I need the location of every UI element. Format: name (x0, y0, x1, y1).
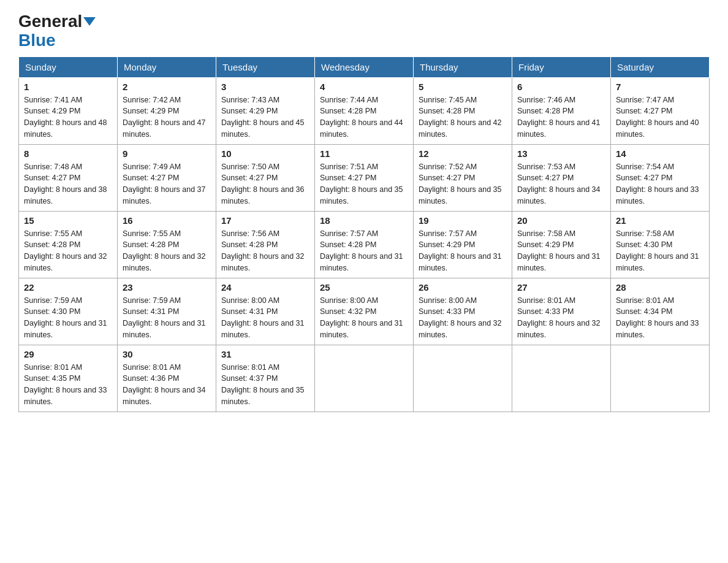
day-number: 17 (221, 215, 309, 226)
day-number: 15 (24, 215, 112, 226)
day-number: 22 (24, 282, 112, 293)
calendar-week-row: 22 Sunrise: 7:59 AM Sunset: 4:30 PM Dayl… (19, 278, 710, 345)
empty-day-cell (512, 345, 611, 412)
day-number: 23 (123, 282, 211, 293)
day-info: Sunrise: 7:49 AM Sunset: 4:27 PM Dayligh… (123, 161, 211, 207)
calendar-day-cell: 13 Sunrise: 7:53 AM Sunset: 4:27 PM Dayl… (512, 144, 611, 211)
day-info: Sunrise: 7:45 AM Sunset: 4:28 PM Dayligh… (419, 94, 507, 140)
weekday-header-sunday: Sunday (19, 56, 118, 77)
day-info: Sunrise: 7:57 AM Sunset: 4:28 PM Dayligh… (320, 228, 408, 274)
calendar-day-cell: 3 Sunrise: 7:43 AM Sunset: 4:29 PM Dayli… (216, 77, 315, 144)
calendar-day-cell: 26 Sunrise: 8:00 AM Sunset: 4:33 PM Dayl… (414, 278, 512, 345)
day-number: 29 (24, 349, 112, 359)
logo-text-general: General (18, 12, 82, 31)
day-number: 5 (419, 82, 507, 92)
weekday-header-monday: Monday (118, 56, 216, 77)
day-number: 11 (320, 148, 408, 159)
weekday-header-thursday: Thursday (414, 56, 512, 77)
day-info: Sunrise: 8:01 AM Sunset: 4:36 PM Dayligh… (123, 362, 211, 408)
calendar-week-row: 15 Sunrise: 7:55 AM Sunset: 4:28 PM Dayl… (19, 211, 710, 278)
day-number: 2 (123, 82, 211, 92)
day-info: Sunrise: 7:59 AM Sunset: 4:31 PM Dayligh… (123, 295, 211, 341)
day-info: Sunrise: 7:53 AM Sunset: 4:27 PM Dayligh… (517, 161, 605, 207)
calendar-week-row: 8 Sunrise: 7:48 AM Sunset: 4:27 PM Dayli… (19, 144, 710, 211)
day-info: Sunrise: 7:42 AM Sunset: 4:29 PM Dayligh… (123, 94, 211, 140)
day-info: Sunrise: 7:43 AM Sunset: 4:29 PM Dayligh… (221, 94, 309, 140)
day-number: 20 (517, 215, 605, 226)
calendar-week-row: 1 Sunrise: 7:41 AM Sunset: 4:29 PM Dayli… (19, 77, 710, 144)
calendar-day-cell: 18 Sunrise: 7:57 AM Sunset: 4:28 PM Dayl… (315, 211, 414, 278)
day-info: Sunrise: 8:01 AM Sunset: 4:34 PM Dayligh… (616, 295, 704, 341)
day-info: Sunrise: 7:41 AM Sunset: 4:29 PM Dayligh… (24, 94, 112, 140)
logo-triangle-icon (83, 17, 96, 26)
calendar-day-cell: 27 Sunrise: 8:01 AM Sunset: 4:33 PM Dayl… (512, 278, 611, 345)
calendar-table: SundayMondayTuesdayWednesdayThursdayFrid… (18, 56, 710, 412)
day-info: Sunrise: 7:59 AM Sunset: 4:30 PM Dayligh… (24, 295, 112, 341)
day-number: 7 (616, 82, 704, 92)
day-info: Sunrise: 7:47 AM Sunset: 4:27 PM Dayligh… (616, 94, 704, 140)
page-header: General Blue (18, 12, 710, 50)
calendar-day-cell: 21 Sunrise: 7:58 AM Sunset: 4:30 PM Dayl… (611, 211, 710, 278)
day-info: Sunrise: 7:56 AM Sunset: 4:28 PM Dayligh… (221, 228, 309, 274)
calendar-day-cell: 25 Sunrise: 8:00 AM Sunset: 4:32 PM Dayl… (315, 278, 414, 345)
day-info: Sunrise: 7:55 AM Sunset: 4:28 PM Dayligh… (123, 228, 211, 274)
day-info: Sunrise: 7:52 AM Sunset: 4:27 PM Dayligh… (419, 161, 507, 207)
day-number: 9 (123, 148, 211, 159)
day-number: 21 (616, 215, 704, 226)
calendar-day-cell: 6 Sunrise: 7:46 AM Sunset: 4:28 PM Dayli… (512, 77, 611, 144)
calendar-day-cell: 5 Sunrise: 7:45 AM Sunset: 4:28 PM Dayli… (414, 77, 512, 144)
weekday-header-wednesday: Wednesday (315, 56, 414, 77)
calendar-day-cell: 20 Sunrise: 7:58 AM Sunset: 4:29 PM Dayl… (512, 211, 611, 278)
empty-day-cell (315, 345, 414, 412)
day-info: Sunrise: 7:48 AM Sunset: 4:27 PM Dayligh… (24, 161, 112, 207)
day-number: 19 (419, 215, 507, 226)
day-number: 18 (320, 215, 408, 226)
day-info: Sunrise: 7:51 AM Sunset: 4:27 PM Dayligh… (320, 161, 408, 207)
day-info: Sunrise: 7:58 AM Sunset: 4:30 PM Dayligh… (616, 228, 704, 274)
calendar-day-cell: 1 Sunrise: 7:41 AM Sunset: 4:29 PM Dayli… (19, 77, 118, 144)
empty-day-cell (414, 345, 512, 412)
day-number: 3 (221, 82, 309, 92)
day-info: Sunrise: 7:44 AM Sunset: 4:28 PM Dayligh… (320, 94, 408, 140)
day-info: Sunrise: 7:55 AM Sunset: 4:28 PM Dayligh… (24, 228, 112, 274)
weekday-header-row: SundayMondayTuesdayWednesdayThursdayFrid… (19, 56, 710, 77)
day-number: 6 (517, 82, 605, 92)
calendar-day-cell: 8 Sunrise: 7:48 AM Sunset: 4:27 PM Dayli… (19, 144, 118, 211)
day-number: 13 (517, 148, 605, 159)
day-info: Sunrise: 7:57 AM Sunset: 4:29 PM Dayligh… (419, 228, 507, 274)
calendar-day-cell: 31 Sunrise: 8:01 AM Sunset: 4:37 PM Dayl… (216, 345, 315, 412)
day-number: 30 (123, 349, 211, 359)
day-info: Sunrise: 8:01 AM Sunset: 4:35 PM Dayligh… (24, 362, 112, 408)
day-info: Sunrise: 7:46 AM Sunset: 4:28 PM Dayligh… (517, 94, 605, 140)
day-number: 16 (123, 215, 211, 226)
day-info: Sunrise: 8:00 AM Sunset: 4:32 PM Dayligh… (320, 295, 408, 341)
logo: General Blue (18, 12, 96, 50)
calendar-day-cell: 10 Sunrise: 7:50 AM Sunset: 4:27 PM Dayl… (216, 144, 315, 211)
weekday-header-friday: Friday (512, 56, 611, 77)
weekday-header-saturday: Saturday (611, 56, 710, 77)
calendar-day-cell: 23 Sunrise: 7:59 AM Sunset: 4:31 PM Dayl… (118, 278, 216, 345)
calendar-day-cell: 7 Sunrise: 7:47 AM Sunset: 4:27 PM Dayli… (611, 77, 710, 144)
calendar-day-cell: 9 Sunrise: 7:49 AM Sunset: 4:27 PM Dayli… (118, 144, 216, 211)
day-number: 12 (419, 148, 507, 159)
day-info: Sunrise: 7:54 AM Sunset: 4:27 PM Dayligh… (616, 161, 704, 207)
weekday-header-tuesday: Tuesday (216, 56, 315, 77)
calendar-day-cell: 17 Sunrise: 7:56 AM Sunset: 4:28 PM Dayl… (216, 211, 315, 278)
day-number: 14 (616, 148, 704, 159)
day-info: Sunrise: 8:00 AM Sunset: 4:31 PM Dayligh… (221, 295, 309, 341)
calendar-day-cell: 16 Sunrise: 7:55 AM Sunset: 4:28 PM Dayl… (118, 211, 216, 278)
day-number: 25 (320, 282, 408, 293)
calendar-day-cell: 19 Sunrise: 7:57 AM Sunset: 4:29 PM Dayl… (414, 211, 512, 278)
calendar-day-cell: 24 Sunrise: 8:00 AM Sunset: 4:31 PM Dayl… (216, 278, 315, 345)
day-number: 8 (24, 148, 112, 159)
day-info: Sunrise: 8:01 AM Sunset: 4:33 PM Dayligh… (517, 295, 605, 341)
day-number: 10 (221, 148, 309, 159)
calendar-day-cell: 29 Sunrise: 8:01 AM Sunset: 4:35 PM Dayl… (19, 345, 118, 412)
calendar-week-row: 29 Sunrise: 8:01 AM Sunset: 4:35 PM Dayl… (19, 345, 710, 412)
logo-text-blue: Blue (18, 31, 96, 50)
calendar-day-cell: 2 Sunrise: 7:42 AM Sunset: 4:29 PM Dayli… (118, 77, 216, 144)
day-number: 24 (221, 282, 309, 293)
day-number: 27 (517, 282, 605, 293)
calendar-day-cell: 4 Sunrise: 7:44 AM Sunset: 4:28 PM Dayli… (315, 77, 414, 144)
day-info: Sunrise: 8:00 AM Sunset: 4:33 PM Dayligh… (419, 295, 507, 341)
